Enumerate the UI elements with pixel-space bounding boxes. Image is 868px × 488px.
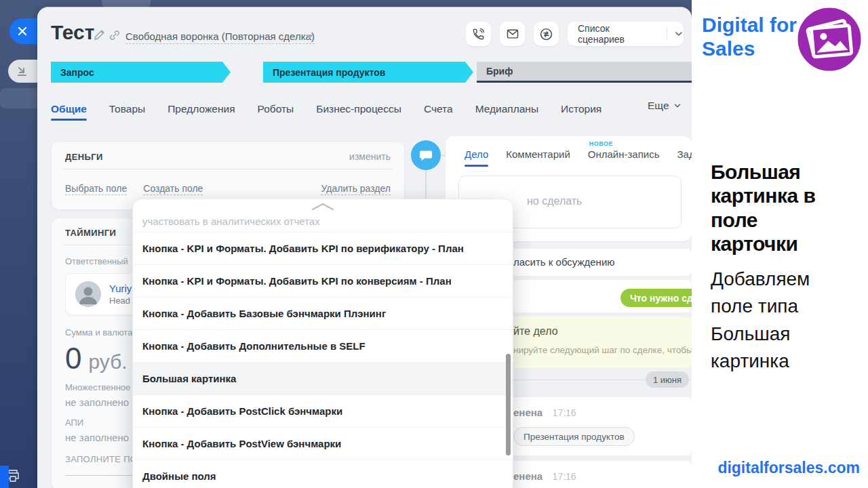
todo-hint-title: йте дело	[513, 325, 558, 338]
chat-sync-icon	[539, 27, 553, 41]
dropdown-item[interactable]: Большая картинка	[133, 362, 513, 394]
call-button[interactable]	[466, 22, 491, 46]
phone-icon	[472, 28, 485, 41]
chevron-down-icon	[673, 102, 682, 110]
new-badge: НОВОЕ	[589, 140, 613, 147]
dropdown-item-partial[interactable]: участвовать в аналитических отчетах	[133, 214, 513, 232]
stage-presentation[interactable]: Презентация продуктов	[263, 62, 473, 83]
timeline-tab[interactable]: Дело	[465, 148, 488, 167]
stage-brief[interactable]: Бриф	[477, 62, 719, 83]
timeline-tab[interactable]: НОВОЕ Онлайн-запись	[588, 148, 660, 167]
dropdown-item[interactable]: Кнопка - Добавить Дополнительные в SELF	[133, 329, 513, 362]
chevron-down-icon	[674, 29, 684, 39]
promo-subheading: Добавляем поле типа Большая картинка	[711, 266, 836, 375]
money-section-title: ДЕНЬГИ	[65, 152, 103, 162]
funnel-selector[interactable]: Свободная воронка (Повторная сделка)	[125, 30, 315, 44]
deal-card: Тест Свободная воронка (Повторная сделка…	[37, 7, 692, 488]
promo-sidebar: Digital for Sales Большая картинка в пол…	[692, 0, 868, 488]
promo-heading: Большая картинка в поле карточки	[711, 160, 846, 256]
edit-pencil-icon[interactable]	[94, 29, 105, 43]
scroll-up-control[interactable]	[133, 199, 513, 214]
dropdown-item[interactable]: Кнопка - KPI и Форматы. Добавить KPI по …	[133, 264, 513, 297]
link-icon[interactable]	[108, 29, 121, 44]
scenario-list-label: Список сценариев	[568, 23, 657, 45]
envelope-icon	[506, 27, 519, 41]
deal-tab[interactable]: Медиапланы	[475, 103, 538, 121]
timeline-tab[interactable]: Комментарий	[506, 148, 570, 167]
close-icon	[17, 26, 28, 37]
dropdown-items: Кнопка - KPI и Форматы. Добавить KPI по …	[133, 232, 513, 488]
deal-title: Тест	[51, 21, 95, 44]
deal-tab[interactable]: Предложения	[167, 103, 235, 121]
delete-section-link[interactable]: Удалить раздел	[321, 183, 391, 195]
funnel-caret-icon	[307, 35, 313, 39]
deal-tabs: ОбщиеТоварыПредложенияРоботыБизнес-проце…	[51, 100, 601, 124]
field-type-dropdown: участвовать в аналитических отчетах Кноп…	[132, 199, 513, 488]
deal-tab[interactable]: История	[561, 103, 601, 121]
scripts-button[interactable]	[534, 22, 559, 46]
tab-more[interactable]: Еще	[648, 100, 682, 117]
deal-tab[interactable]: Бизнес-процессы	[316, 103, 401, 121]
timeline-tabs: Дело Комментарий НОВОЕ Онлайн-запись Зад…	[446, 136, 692, 167]
date-badge: 1 июня	[646, 371, 689, 388]
deal-tab[interactable]: Счета	[424, 103, 453, 121]
taskbar-fragment	[0, 466, 9, 488]
dropdown-item[interactable]: Двойные поля	[133, 460, 513, 488]
timeline-chat-icon[interactable]	[411, 140, 441, 170]
activity-input-placeholder: но сделать	[527, 195, 582, 207]
todo-hint-text: нируйте следующий шаг по сделке, чтобы	[513, 345, 693, 355]
dock-arrow-icon	[16, 65, 28, 77]
brand-name: Digital for Sales	[702, 14, 797, 60]
dropdown-item[interactable]: Кнопка - Добавить PostView бэнчмарки	[133, 427, 513, 460]
dropdown-scrollbar[interactable]	[506, 354, 511, 455]
divider	[667, 28, 667, 40]
stage-chip: Презентация продуктов	[513, 427, 635, 446]
dropdown-item[interactable]: Кнопка - Добавить Базовые бэнчмарки Плэн…	[133, 297, 513, 329]
scenario-list-button[interactable]: Список сценариев	[568, 22, 684, 46]
money-edit-link[interactable]: изменить	[349, 151, 391, 162]
select-field-link[interactable]: Выбрать поле	[65, 183, 127, 195]
photos-logo-icon	[795, 5, 863, 76]
mail-button[interactable]	[500, 22, 525, 46]
dropdown-item[interactable]: Кнопка - Добавить PostClick бэнчмарки	[133, 394, 513, 427]
deal-tab[interactable]: Роботы	[258, 103, 294, 121]
dropdown-item[interactable]: Кнопка - KPI и Форматы. Добавить KPI по …	[133, 232, 513, 264]
timings-section-title: ТАЙМИНГИ	[65, 228, 116, 238]
deal-tab[interactable]: Общие	[51, 103, 87, 121]
avatar	[75, 281, 101, 307]
deal-tab[interactable]: Товары	[109, 103, 145, 121]
create-field-link[interactable]: Создать поле	[143, 183, 203, 195]
stage-zapros[interactable]: Запрос	[51, 62, 231, 83]
website-link[interactable]: digitalforsales.com	[717, 459, 860, 477]
chevron-up-icon	[307, 202, 338, 211]
